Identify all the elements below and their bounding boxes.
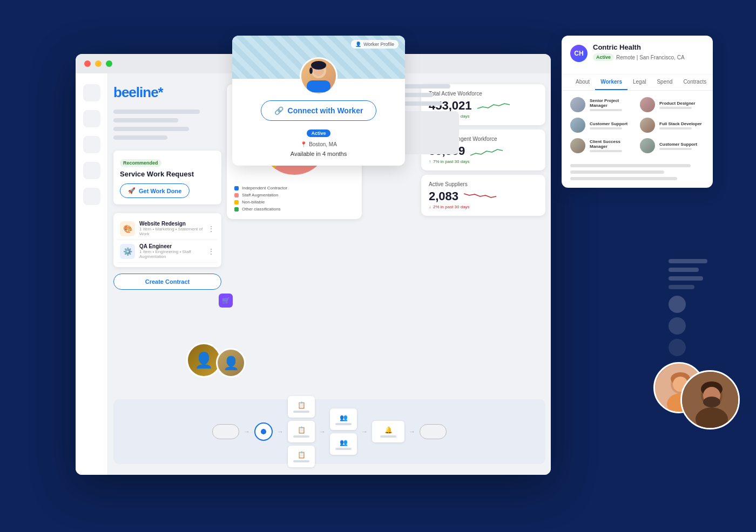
worker-entry-6-name: Customer Support (659, 142, 704, 147)
worker-item-2-sub: 1 Item • Engineering • Staff Augmentatio… (139, 249, 203, 259)
r-bar-4 (669, 285, 694, 289)
workflow-node-4-icon: 👥 (340, 414, 348, 421)
legend-item-2: Staff Augmentation (234, 193, 354, 197)
sidebar-nav-5[interactable] (83, 188, 100, 205)
stat-change-text-2: 7% in past 30 days (433, 159, 470, 164)
worker-item-1-title: Website Redesign (139, 221, 203, 227)
r-circle-1 (669, 296, 686, 313)
chart-legend: Independent Contractor Staff Augmentatio… (234, 186, 354, 212)
workflow-node-3-icon: 📋 (298, 451, 306, 459)
beeline-logo: beeline* (113, 84, 221, 101)
workflow-node-5: 👥 (330, 433, 357, 455)
worker-item-2-info: QA Engineer 1 Item • Engineering • Staff… (139, 243, 203, 259)
workflow-arrow-1: → (244, 428, 250, 435)
workflow-node-6: 🔔 (372, 421, 404, 442)
worker-item-2-more[interactable]: ⋮ (207, 247, 215, 256)
tab-legal[interactable]: Legal (627, 74, 651, 90)
stat-card-3: Active Suppliers 2,083 ↓ 2% in past 30 d… (421, 175, 545, 216)
workflow-node-2-bar (293, 435, 309, 438)
worker-entry-5-info: Client Success Manager (590, 139, 634, 152)
worker-entry-2: Product Designer (640, 97, 704, 112)
workflow-start (212, 424, 239, 439)
large-avatar-man (680, 370, 740, 429)
worker-item-1: 🎨 Website Redesign 1 Item • Marketing • … (118, 217, 217, 240)
nav-bar-3 (113, 127, 189, 131)
workflow-node-1: 📋 (288, 396, 315, 418)
workflow-node-6-icon: 🔔 (384, 426, 393, 434)
workflow-circle (254, 422, 273, 441)
worker-item-1-sub: 1 Item • Marketing • Statement of Work (139, 227, 203, 236)
worker-entry-6: Customer Support (640, 138, 704, 153)
tab-about[interactable]: About (570, 74, 595, 90)
workflow-node-1-icon: 📋 (298, 401, 306, 409)
nav-bar-4 (113, 135, 167, 140)
workflow-end (420, 424, 447, 439)
workflow-node-group: 📋 📋 📋 (288, 396, 315, 467)
r-bar-2 (669, 268, 699, 272)
company-status-badge: Active (593, 53, 614, 61)
worker-entry-5: Client Success Manager (570, 138, 634, 153)
tab-spend[interactable]: Spend (651, 74, 678, 90)
avatar-badge: 🛒 (219, 294, 233, 308)
sidebar-nav-1[interactable] (83, 84, 100, 101)
sparkline-1 (477, 100, 510, 111)
worker-item-2-icon: ⚙️ (120, 244, 135, 259)
company-extra-bar-2 (570, 170, 664, 174)
worker-entry-6-avatar (640, 138, 655, 153)
get-work-button[interactable]: 🚀 Get Work Done (120, 183, 190, 198)
worker-entry-4: Full Stack Developer (640, 118, 704, 133)
company-extra (562, 160, 713, 188)
workflow-area: → → 📋 📋 📋 (113, 399, 545, 464)
sidebar-nav-3[interactable] (83, 136, 100, 153)
legend-dot-2 (234, 193, 239, 197)
worker-list: 🎨 Website Redesign 1 Item • Marketing • … (113, 213, 221, 267)
right-extra-bars (669, 259, 712, 356)
workflow-node-3-bar (293, 460, 309, 462)
nav-items (113, 110, 221, 140)
company-extra-bar-1 (570, 164, 691, 167)
worker-profile-card: 👤 Worker Profile 🔗 Connect with Worker (232, 36, 405, 166)
workflow-node-2-icon: 📋 (298, 426, 306, 434)
traffic-light-yellow[interactable] (95, 60, 102, 67)
worker-entry-6-bar (659, 148, 692, 150)
sidebar-nav-2[interactable] (83, 110, 100, 127)
worker-item-1-icon: 🎨 (120, 221, 135, 236)
tab-workers[interactable]: Workers (595, 74, 627, 90)
worker-item-1-more[interactable]: ⋮ (207, 224, 215, 233)
svg-point-15 (703, 397, 720, 407)
worker-entry-4-name: Full Stack Developer (659, 121, 704, 126)
get-work-label: Get Work Done (139, 188, 181, 194)
worker-avatar-img (301, 59, 336, 93)
worker-entry-4-bar (659, 127, 692, 129)
workflow-node-5-icon: 👥 (340, 439, 348, 446)
workflow-node-group-2: 👥 👥 (330, 408, 357, 455)
worker-location: 📍 Boston, MA (243, 141, 394, 147)
company-name: Contric Health (593, 43, 685, 51)
traffic-light-green[interactable] (106, 60, 112, 67)
sidebar (76, 73, 108, 475)
tab-contracts[interactable]: Contracts (678, 74, 712, 90)
connect-button-label: Connect with Worker (288, 106, 363, 115)
down-arrow-3: ↓ (429, 204, 431, 209)
workflow-node-5-bar (335, 448, 352, 450)
legend-label-2: Staff Augmentation (242, 193, 278, 197)
company-name-block: Contric Health Active Remote | San Franc… (593, 43, 685, 63)
traffic-light-red[interactable] (84, 60, 91, 67)
workflow-node-6-bar (380, 435, 396, 438)
workflow-node-1-bar (293, 411, 309, 413)
service-title: Service Work Request (120, 170, 215, 178)
worker-entry-5-name: Client Success Manager (590, 139, 634, 149)
worker-entry-3: Customer Support (570, 118, 634, 133)
connect-with-worker-button[interactable]: 🔗 Connect with Worker (261, 100, 377, 121)
worker-entry-4-avatar (640, 118, 655, 133)
workflow-node-4-bar (335, 423, 352, 425)
worker-entry-3-bar (590, 127, 622, 129)
stat-change-3: ↓ 2% in past 30 days (429, 204, 538, 209)
bottom-avatars-container: 👤 👤 (186, 343, 246, 378)
legend-label-4: Other classifications (242, 207, 281, 212)
worker-availability: Available in 4 months (243, 151, 394, 157)
create-contract-button[interactable]: Create Contract (113, 274, 221, 290)
company-name-row: CH Contric Health Active Remote | San Fr… (570, 43, 704, 63)
company-status-row: Active Remote | San Francisco, CA (593, 53, 685, 61)
sidebar-nav-4[interactable] (83, 162, 100, 179)
